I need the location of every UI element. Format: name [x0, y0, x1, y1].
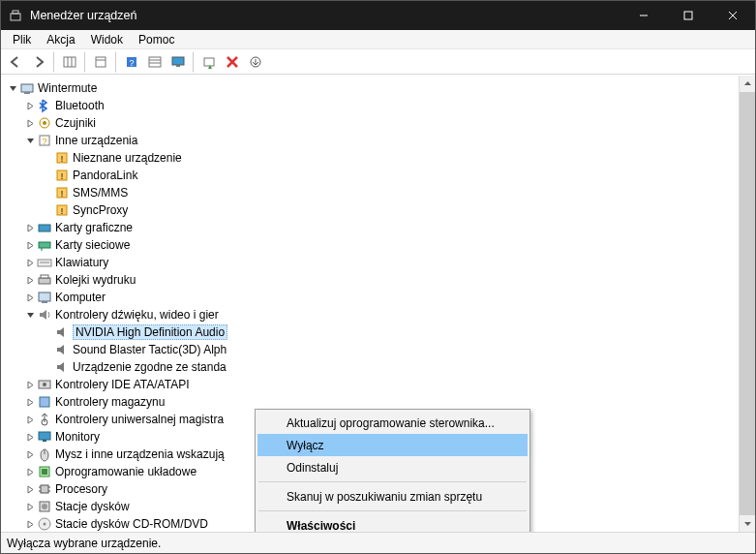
tree-item[interactable]: Czujniki — [3, 114, 753, 132]
scroll-thumb[interactable] — [740, 92, 755, 515]
expand-icon[interactable] — [24, 311, 36, 320]
tree-item[interactable]: !Nieznane urządzenie — [3, 149, 753, 167]
tree-item-label: Komputer — [55, 291, 106, 304]
titlebar: Menedżer urządzeń — [1, 1, 755, 30]
context-menu-item[interactable]: Skanuj w poszukiwaniu zmian sprzętu — [257, 485, 528, 508]
svg-rect-22 — [21, 84, 33, 92]
toolbar-separator — [193, 51, 195, 73]
tree-root[interactable]: Wintermute — [3, 79, 753, 97]
tree-item[interactable]: !PandoraLink — [3, 167, 753, 184]
gpu-icon — [37, 220, 52, 235]
tree-item[interactable]: !SMS/MMS — [3, 184, 753, 201]
uninstall-button[interactable] — [222, 51, 243, 73]
menu-view[interactable]: Widok — [83, 31, 131, 48]
context-menu-item[interactable]: Właściwości — [257, 514, 528, 532]
speaker-icon — [54, 342, 70, 357]
expand-icon[interactable] — [24, 119, 36, 128]
tree-item-label: Kolejki wydruku — [55, 273, 136, 287]
collapse-icon[interactable] — [7, 84, 18, 93]
expand-icon[interactable] — [24, 381, 36, 389]
tree-item-label: Procesory — [55, 482, 107, 496]
svg-point-46 — [43, 383, 46, 386]
svg-text:!: ! — [61, 206, 64, 216]
tree-item[interactable]: Klawiatury — [3, 254, 753, 271]
svg-rect-23 — [24, 92, 30, 94]
context-menu-item[interactable]: Wyłącz — [257, 434, 528, 456]
expand-icon[interactable] — [24, 259, 36, 267]
tree-item[interactable]: Kontrolery IDE ATA/ATAPI — [3, 376, 753, 393]
scrollbar-vertical[interactable] — [739, 76, 755, 532]
tree-item[interactable]: ?Inne urządzenia — [3, 132, 753, 149]
context-menu-separator — [258, 510, 527, 511]
close-button[interactable] — [711, 1, 755, 30]
expand-icon[interactable] — [24, 468, 36, 477]
expand-icon[interactable] — [24, 293, 36, 302]
tree-item[interactable]: Urządzenie zgodne ze standa — [3, 358, 753, 376]
expand-icon[interactable] — [24, 416, 36, 424]
scroll-up-button[interactable] — [740, 76, 755, 92]
tree-item-label: Kontrolery magazynu — [55, 395, 165, 409]
tree-item[interactable]: Komputer — [3, 289, 753, 306]
cpu-icon — [37, 481, 52, 497]
svg-point-62 — [42, 504, 47, 509]
expand-icon[interactable] — [24, 520, 36, 529]
update-driver-button[interactable] — [245, 51, 266, 73]
svg-rect-51 — [43, 440, 46, 442]
svg-point-64 — [44, 523, 46, 526]
expand-icon[interactable] — [24, 276, 36, 285]
monitor-icon-button[interactable] — [167, 51, 189, 73]
tree-item-label: Nieznane urządzenie — [73, 151, 182, 165]
context-menu-item[interactable]: Odinstaluj — [257, 456, 528, 478]
menu-action[interactable]: Akcja — [39, 31, 82, 48]
expand-icon[interactable] — [24, 503, 36, 511]
tree-item-label: Klawiatury — [55, 256, 108, 269]
tree-item[interactable]: Karty graficzne — [3, 219, 753, 236]
tree-item-label: PandoraLink — [73, 169, 137, 182]
svg-rect-41 — [39, 278, 50, 284]
expand-icon[interactable] — [24, 398, 36, 407]
svg-line-4 — [729, 12, 737, 19]
tree-item[interactable]: Kolejki wydruku — [3, 271, 753, 289]
tree-item-label: Karty sieciowe — [55, 238, 130, 252]
expand-icon[interactable] — [24, 102, 36, 110]
expand-icon[interactable] — [24, 485, 36, 494]
minimize-button[interactable] — [621, 1, 666, 30]
svg-rect-37 — [39, 242, 50, 248]
tree-item[interactable]: Karty sieciowe — [3, 236, 753, 254]
disk-icon — [37, 499, 52, 514]
tree-item-label: Czujniki — [55, 116, 96, 130]
svg-rect-1 — [13, 11, 18, 14]
view-grid-button[interactable] — [59, 51, 80, 73]
tree-item-label: Stacje dysków — [55, 500, 130, 513]
tree-item[interactable]: Bluetooth — [3, 97, 753, 114]
tree-item-label: Sound Blaster Tactic(3D) Alph — [73, 343, 227, 356]
nav-back-button[interactable] — [5, 51, 26, 73]
help-button[interactable]: ? — [121, 51, 142, 73]
expand-icon[interactable] — [24, 450, 36, 459]
nav-forward-button[interactable] — [28, 51, 49, 73]
tree-item[interactable]: Kontrolery dźwięku, wideo i gier — [3, 306, 753, 323]
properties-button[interactable] — [90, 51, 111, 73]
svg-rect-0 — [11, 14, 20, 20]
tree-item-label: Kontrolery uniwersalnej magistra — [55, 413, 224, 426]
svg-rect-42 — [41, 275, 48, 278]
unknown-icon: ! — [54, 168, 70, 183]
scroll-down-button[interactable] — [740, 515, 755, 532]
menu-help[interactable]: Pomoc — [131, 31, 182, 48]
scan-hardware-button[interactable] — [198, 51, 220, 73]
svg-point-25 — [43, 121, 46, 125]
expand-icon[interactable] — [24, 137, 36, 145]
firmware-icon — [37, 464, 52, 479]
svg-rect-44 — [42, 301, 47, 303]
expand-icon[interactable] — [24, 241, 36, 250]
svg-rect-36 — [39, 225, 50, 231]
maximize-button[interactable] — [666, 1, 711, 30]
tree-item[interactable]: Sound Blaster Tactic(3D) Alph — [3, 341, 753, 358]
tree-item[interactable]: NVIDIA High Definition Audio — [3, 323, 753, 341]
menu-file[interactable]: Plik — [5, 31, 39, 48]
expand-icon[interactable] — [24, 224, 36, 232]
grid-button[interactable] — [144, 51, 166, 73]
expand-icon[interactable] — [24, 433, 36, 442]
tree-item[interactable]: !SyncProxy — [3, 201, 753, 219]
context-menu-item[interactable]: Aktualizuj oprogramowanie sterownika... — [257, 412, 528, 434]
